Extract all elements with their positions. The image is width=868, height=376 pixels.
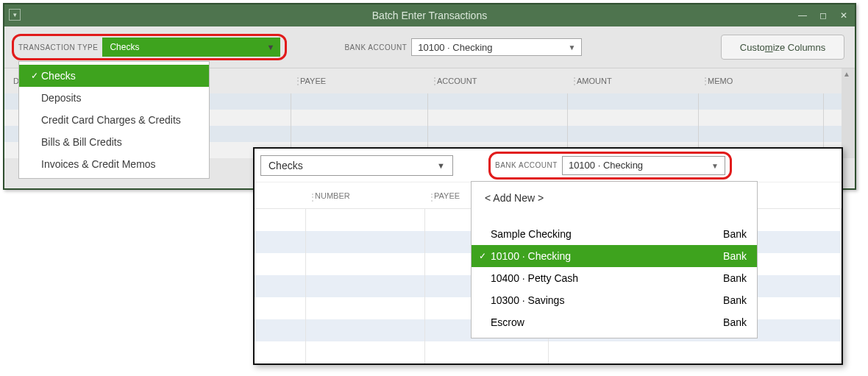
window-titlebar: ▾ Batch Enter Transactions — ◻ ✕ (4, 4, 855, 26)
bank-account-option-escrow[interactable]: Escrow Bank (472, 311, 757, 333)
bank-account-option-10100-checking[interactable]: ✓ 10100 · Checking Bank (472, 245, 757, 267)
transaction-type-highlight: TRANSACTION TYPE Checks ▼ ✓ Checks Depos… (12, 34, 287, 60)
bank-account-option-10300-savings[interactable]: 10300 · Savings Bank (472, 289, 757, 311)
window-title: Batch Enter Transactions (4, 10, 855, 21)
bank-account-label: BANK ACCOUNT (344, 43, 407, 52)
transaction-type-option-credit-card[interactable]: Credit Card Charges & Credits (19, 109, 209, 131)
bank-account-inset-window: Checks ▼ BANK ACCOUNT 10100 · Checking ▼… (253, 147, 843, 365)
transaction-type-label: TRANSACTION TYPE (18, 43, 98, 52)
toolbar: TRANSACTION TYPE Checks ▼ ✓ Checks Depos… (4, 26, 855, 68)
bank-account-add-new[interactable]: < Add New > (472, 188, 757, 211)
bank-account-option-sample-checking[interactable]: Sample Checking Bank (472, 223, 757, 245)
customize-columns-button[interactable]: Customize Columns (721, 35, 844, 60)
checkmark-icon: ✓ (477, 251, 488, 261)
chevron-down-icon: ▼ (711, 161, 719, 169)
table-row[interactable] (255, 341, 842, 363)
checkmark-icon: ✓ (29, 71, 40, 81)
transaction-type-option-bills[interactable]: Bills & Bill Credits (19, 131, 209, 153)
vertical-scrollbar[interactable] (842, 68, 855, 158)
window-menu-icon[interactable]: ▾ (9, 9, 21, 21)
inset-column-header-number[interactable]: NUMBER (306, 191, 425, 200)
transaction-type-option-checks[interactable]: ✓ Checks (19, 65, 209, 87)
chevron-down-icon: ▼ (267, 43, 275, 52)
inset-transaction-type-select[interactable]: Checks ▼ (260, 155, 453, 176)
chevron-down-icon: ▼ (437, 161, 445, 170)
column-header-payee[interactable]: PAYEE (291, 77, 428, 85)
inset-toolbar: Checks ▼ BANK ACCOUNT 10100 · Checking ▼… (255, 149, 842, 182)
transaction-type-select[interactable]: Checks ▼ (102, 38, 280, 57)
chevron-down-icon: ▼ (568, 43, 575, 52)
transaction-type-option-deposits[interactable]: Deposits (19, 87, 209, 109)
close-icon[interactable]: ✕ (836, 7, 852, 24)
bank-account-select[interactable]: 10100 · Checking ▼ (411, 38, 582, 56)
bank-account-dropdown: < Add New > Sample Checking Bank ✓ 10100… (471, 181, 758, 338)
inset-transaction-type-value: Checks (268, 160, 303, 171)
column-header-account[interactable]: ACCOUNT (428, 77, 568, 85)
column-header-amount[interactable]: AMOUNT (568, 77, 699, 85)
minimize-icon[interactable]: — (794, 7, 811, 24)
transaction-type-dropdown: ✓ Checks Deposits Credit Card Charges & … (18, 61, 210, 179)
bank-account-highlight: BANK ACCOUNT 10100 · Checking ▼ (488, 152, 732, 180)
column-header-memo[interactable]: MEMO (699, 77, 824, 85)
transaction-type-value: Checks (110, 42, 139, 52)
bank-account-value: 10100 · Checking (418, 42, 492, 53)
inset-bank-account-value: 10100 · Checking (569, 160, 643, 171)
bank-account-option-10400-petty-cash[interactable]: 10400 · Petty Cash Bank (472, 267, 757, 289)
inset-bank-account-label: BANK ACCOUNT (495, 161, 558, 169)
transaction-type-option-invoices[interactable]: Invoices & Credit Memos (19, 153, 209, 175)
maximize-icon[interactable]: ◻ (815, 7, 831, 24)
inset-bank-account-select[interactable]: 10100 · Checking ▼ (562, 156, 725, 175)
